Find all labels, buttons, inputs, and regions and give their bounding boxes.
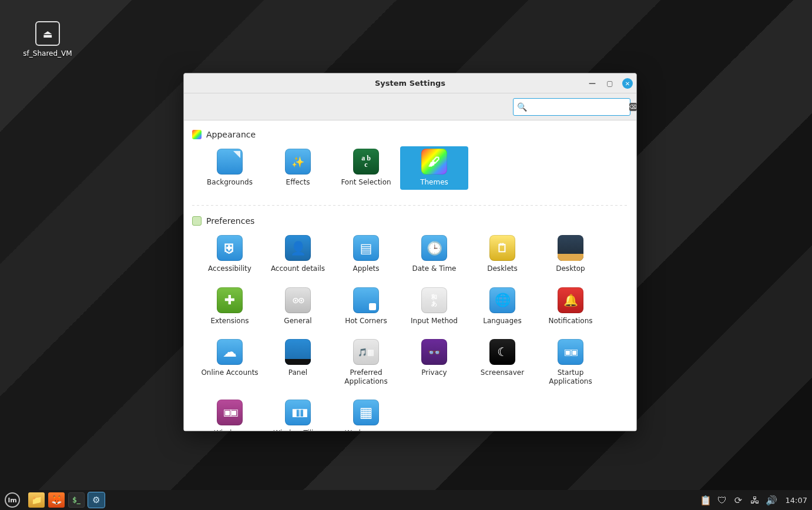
tray-clipboard-icon[interactable]: 📋	[701, 495, 710, 505]
item-window-tiling[interactable]: Window Tiling	[264, 397, 332, 431]
window-tiling-icon	[285, 400, 311, 425]
item-label: Date & Time	[401, 264, 467, 273]
item-account-details[interactable]: Account details	[264, 233, 332, 276]
item-startup-applications[interactable]: Startup Applications	[536, 337, 605, 389]
desktop-icon-shared-vm[interactable]: sf_Shared_VM	[22, 21, 73, 58]
section-divider	[192, 205, 628, 206]
item-label: Hot Corners	[333, 317, 399, 325]
item-general[interactable]: General	[264, 285, 332, 328]
item-label: Notifications	[538, 317, 603, 325]
item-windows[interactable]: Windows	[196, 397, 264, 431]
item-label: Applets	[333, 264, 399, 273]
themes-icon	[421, 149, 447, 175]
window-close-button[interactable]	[622, 78, 633, 89]
account-icon	[285, 235, 311, 261]
item-label: Font Selection	[333, 178, 399, 186]
section-title-preferences: Preferences	[206, 216, 254, 226]
taskbar-launchers: 📁 🦊 $_ ⚙	[28, 492, 105, 508]
item-online-accounts[interactable]: Online Accounts	[196, 337, 264, 389]
drive-eject-icon	[35, 21, 60, 46]
settings-content: Appearance Backgrounds Effects Font Sele…	[184, 120, 636, 431]
system-tray: 📋 🛡 ⟳ 🖧 🔊 14:07	[701, 495, 807, 505]
extensions-icon	[217, 287, 243, 313]
item-label: Languages	[469, 317, 535, 325]
item-input-method[interactable]: Input Method	[400, 285, 468, 328]
taskbar-terminal-icon[interactable]: $_	[68, 492, 85, 508]
hot-corners-icon	[353, 287, 379, 313]
item-panel[interactable]: Panel	[264, 337, 332, 389]
tray-network-icon[interactable]: 🖧	[750, 495, 760, 505]
accessibility-icon	[217, 235, 243, 261]
window-title: System Settings	[375, 79, 445, 88]
desklets-icon	[489, 235, 515, 261]
item-screensaver[interactable]: Screensaver	[468, 337, 536, 389]
window-toolbar: 🔍 ⌫	[184, 93, 636, 120]
item-effects[interactable]: Effects	[264, 146, 332, 190]
item-workspaces[interactable]: Workspaces	[332, 397, 400, 431]
notifications-icon	[558, 287, 583, 313]
item-label: Desktop	[538, 264, 603, 273]
item-label: Account details	[265, 264, 331, 273]
item-desktop[interactable]: Desktop	[536, 233, 605, 276]
item-font-selection[interactable]: Font Selection	[332, 146, 400, 190]
item-accessibility[interactable]: Accessibility	[196, 233, 264, 276]
item-desklets[interactable]: Desklets	[468, 233, 536, 276]
taskbar: lm 📁 🦊 $_ ⚙ 📋 🛡 ⟳ 🖧 🔊 14:07	[0, 490, 812, 510]
tray-updates-icon[interactable]: ⟳	[734, 495, 743, 505]
item-hot-corners[interactable]: Hot Corners	[332, 285, 400, 328]
item-label: Screensaver	[469, 368, 535, 377]
online-accounts-icon	[217, 339, 243, 365]
item-label: Workspaces	[333, 429, 399, 431]
item-themes[interactable]: Themes	[400, 146, 468, 190]
preferences-category-icon	[192, 216, 202, 226]
item-date-time[interactable]: Date & Time	[400, 233, 468, 276]
desktop-icon-label: sf_Shared_VM	[22, 49, 73, 58]
search-clear-button[interactable]: ⌫	[629, 103, 637, 111]
privacy-icon	[421, 339, 447, 365]
workspaces-icon	[353, 400, 379, 425]
window-maximize-button[interactable]	[605, 78, 615, 89]
taskbar-files-icon[interactable]: 📁	[28, 492, 45, 508]
item-applets[interactable]: Applets	[332, 233, 400, 276]
section-title-appearance: Appearance	[206, 130, 256, 139]
taskbar-firefox-icon[interactable]: 🦊	[48, 492, 65, 508]
startup-icon	[558, 339, 583, 365]
search-icon: 🔍	[517, 102, 527, 112]
item-label: Startup Applications	[538, 368, 603, 385]
section-header-appearance: Appearance	[184, 123, 636, 143]
item-preferred-applications[interactable]: Preferred Applications	[332, 337, 400, 389]
item-label: Input Method	[401, 317, 467, 325]
panel-icon	[285, 339, 311, 365]
languages-icon	[489, 287, 515, 313]
item-label: Online Accounts	[197, 368, 263, 377]
tray-shield-icon[interactable]: 🛡	[717, 495, 727, 505]
font-selection-icon	[353, 149, 379, 175]
clock-icon	[421, 235, 447, 261]
item-languages[interactable]: Languages	[468, 285, 536, 328]
effects-icon	[285, 149, 311, 175]
taskbar-clock[interactable]: 14:07	[786, 496, 807, 505]
taskbar-settings-icon[interactable]: ⚙	[88, 492, 105, 508]
item-label: Windows	[197, 429, 263, 431]
preferred-apps-icon	[353, 339, 379, 365]
item-extensions[interactable]: Extensions	[196, 285, 264, 328]
start-menu-button[interactable]: lm	[5, 492, 20, 508]
search-input[interactable]	[529, 102, 629, 111]
window-minimize-button[interactable]	[587, 78, 598, 89]
item-label: General	[265, 317, 331, 325]
appearance-grid: Backgrounds Effects Font Selection Theme…	[184, 143, 636, 202]
input-method-icon	[421, 287, 447, 313]
window-titlebar[interactable]: System Settings	[184, 73, 636, 93]
item-label: Backgrounds	[197, 178, 263, 186]
item-notifications[interactable]: Notifications	[536, 285, 605, 328]
tray-volume-icon[interactable]: 🔊	[767, 495, 776, 505]
backgrounds-icon	[217, 149, 243, 175]
search-box[interactable]: 🔍 ⌫	[513, 98, 630, 116]
item-label: Window Tiling	[265, 429, 331, 431]
applets-icon	[353, 235, 379, 261]
item-label: Privacy	[401, 368, 467, 377]
item-backgrounds[interactable]: Backgrounds	[196, 146, 264, 190]
screensaver-icon	[489, 339, 515, 365]
appearance-category-icon	[192, 130, 202, 139]
item-privacy[interactable]: Privacy	[400, 337, 468, 389]
